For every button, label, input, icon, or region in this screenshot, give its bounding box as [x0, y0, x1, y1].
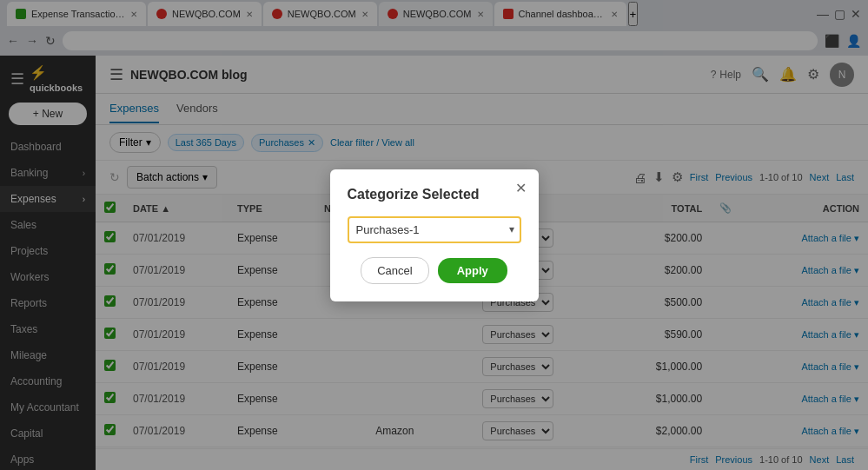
modal-select-wrap: Purchases-1 Purchases Expenses Other ▾	[348, 216, 521, 243]
modal-title: Categorize Selected	[348, 187, 521, 202]
modal-overlay: Categorize Selected ✕ Purchases-1 Purcha…	[0, 0, 868, 470]
modal-actions: Cancel Apply	[348, 257, 521, 284]
cancel-button[interactable]: Cancel	[361, 257, 428, 284]
category-select-modal[interactable]: Purchases-1 Purchases Expenses Other	[348, 216, 521, 243]
categorize-modal: Categorize Selected ✕ Purchases-1 Purcha…	[330, 169, 539, 301]
modal-close-button[interactable]: ✕	[515, 180, 527, 196]
apply-button[interactable]: Apply	[438, 258, 507, 283]
